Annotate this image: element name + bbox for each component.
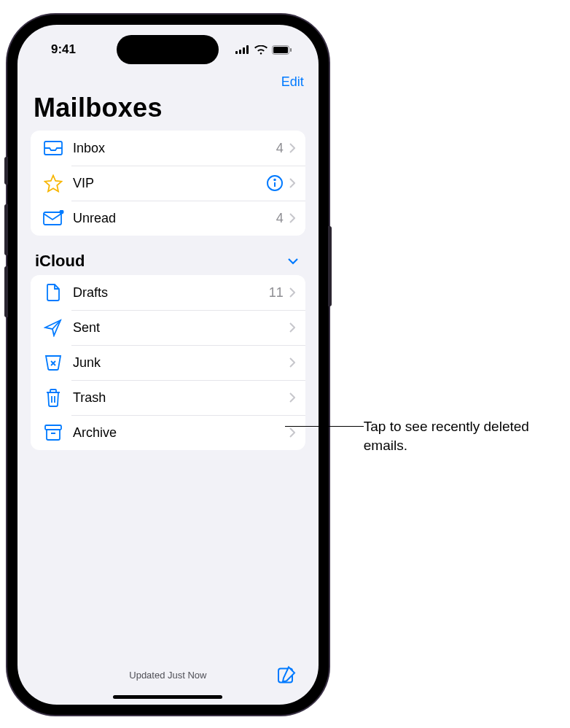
mailbox-label: Trash — [73, 390, 289, 406]
chevron-right-icon — [289, 427, 295, 438]
info-icon[interactable] — [266, 174, 284, 192]
updated-status: Updated Just Now — [129, 670, 206, 681]
chevron-right-icon — [289, 392, 295, 403]
inbox-icon — [42, 137, 64, 159]
dynamic-island — [117, 35, 219, 64]
mailbox-trash[interactable]: Trash — [31, 380, 305, 415]
svg-rect-5 — [273, 47, 288, 53]
chevron-right-icon — [289, 357, 295, 368]
svg-rect-11 — [45, 425, 61, 430]
chevron-right-icon — [289, 287, 295, 298]
callout-leader-line — [285, 426, 364, 427]
status-time: 9:41 — [51, 42, 76, 57]
callout: Tap to see recently deleted emails. — [364, 417, 563, 454]
account-header[interactable]: iCloud — [17, 252, 319, 275]
power-button — [328, 226, 332, 306]
svg-rect-1 — [239, 50, 241, 54]
svg-rect-3 — [246, 45, 249, 54]
svg-rect-9 — [44, 212, 61, 225]
mailbox-label: Archive — [73, 425, 289, 441]
edit-button[interactable]: Edit — [281, 74, 304, 90]
mailbox-count: 4 — [276, 141, 284, 156]
mailbox-unread[interactable]: Unread 4 — [31, 201, 305, 236]
mailbox-drafts[interactable]: Drafts 11 — [31, 275, 305, 310]
chevron-right-icon — [289, 143, 295, 153]
account-name: iCloud — [35, 252, 85, 271]
mailbox-count: 11 — [269, 285, 284, 301]
home-indicator — [113, 695, 222, 699]
toolbar: Updated Just Now — [17, 654, 319, 695]
mailbox-inbox[interactable]: Inbox 4 — [31, 131, 305, 166]
mailbox-vip[interactable]: VIP — [31, 166, 305, 201]
icloud-mailboxes-section: Drafts 11 Sent Junk — [31, 275, 305, 450]
mailbox-label: Junk — [73, 355, 289, 371]
svg-rect-2 — [243, 47, 245, 54]
callout-text: Tap to see recently deleted emails. — [364, 419, 529, 453]
mailbox-label: Inbox — [73, 141, 276, 156]
document-icon — [42, 282, 64, 303]
cellular-icon — [235, 45, 250, 54]
volume-down-button — [4, 266, 8, 317]
star-icon — [42, 172, 64, 194]
svg-rect-0 — [235, 51, 238, 54]
paperplane-icon — [42, 317, 64, 338]
mailbox-junk[interactable]: Junk — [31, 345, 305, 380]
status-icons — [235, 45, 292, 55]
trash-icon — [42, 387, 64, 408]
chevron-right-icon — [289, 322, 295, 333]
side-button — [4, 157, 8, 185]
volume-up-button — [4, 204, 8, 255]
svg-rect-6 — [290, 48, 292, 52]
mailbox-count: 4 — [276, 211, 284, 226]
mailbox-label: Sent — [73, 320, 289, 336]
mailbox-sent[interactable]: Sent — [31, 310, 305, 345]
screen: 9:41 Edit Mailboxes — [17, 25, 319, 705]
nav-bar: Edit — [17, 70, 319, 91]
mailbox-archive[interactable]: Archive — [31, 415, 305, 450]
battery-icon — [272, 45, 292, 55]
chevron-down-icon — [288, 258, 298, 265]
mailbox-label: Drafts — [73, 285, 269, 301]
chevron-right-icon — [289, 213, 295, 223]
svg-point-8 — [274, 179, 276, 181]
phone-frame: 9:41 Edit Mailboxes — [7, 15, 329, 715]
chevron-right-icon — [289, 178, 295, 188]
page-title: Mailboxes — [17, 91, 319, 131]
wifi-icon — [254, 45, 268, 55]
mailbox-label: VIP — [73, 176, 266, 191]
archive-icon — [42, 422, 64, 444]
compose-icon — [276, 665, 297, 685]
mailbox-label: Unread — [73, 211, 276, 226]
svg-point-10 — [60, 210, 64, 214]
smart-mailboxes-section: Inbox 4 VIP — [31, 131, 305, 236]
compose-button[interactable] — [276, 665, 297, 685]
unread-icon — [42, 207, 64, 229]
junk-icon — [42, 352, 64, 373]
